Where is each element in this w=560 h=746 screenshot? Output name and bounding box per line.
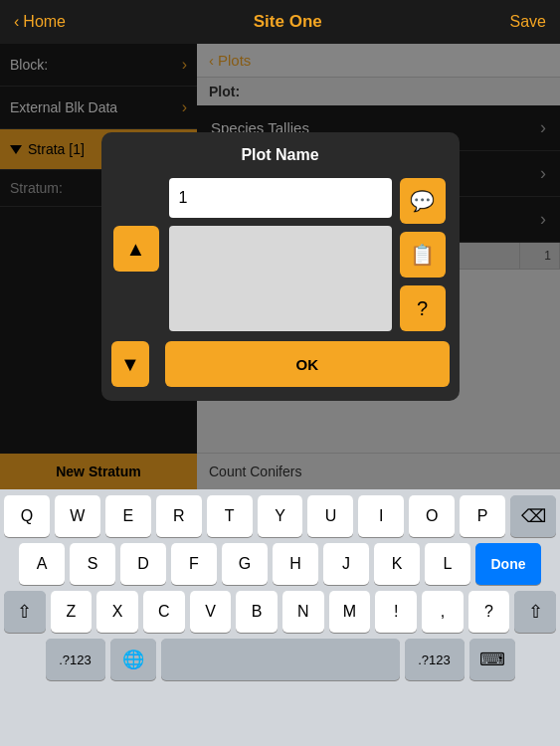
key-a[interactable]: A — [19, 543, 65, 585]
globe-key[interactable]: 🌐 — [110, 639, 156, 680]
key-b[interactable]: B — [236, 591, 278, 633]
delete-key[interactable]: ⌫ — [510, 495, 556, 537]
key-q[interactable]: Q — [4, 495, 50, 537]
ok-button[interactable]: OK — [165, 341, 449, 387]
down-arrow-icon: ▼ — [120, 353, 140, 376]
key-z[interactable]: Z — [51, 591, 93, 633]
back-label: Home — [23, 13, 66, 31]
clipboard-button[interactable]: 📋 — [400, 232, 446, 278]
nav-title: Site One — [254, 12, 322, 32]
modal-right-col: 💬 📋 ? — [400, 178, 450, 331]
key-question[interactable]: ? — [468, 591, 510, 633]
modal-body: ▲ 💬 📋 ? — [101, 178, 460, 341]
modal-center-col — [169, 178, 392, 331]
key-exclaim[interactable]: ! — [375, 591, 417, 633]
keyboard-icon-key[interactable]: ⌨ — [469, 639, 515, 680]
key-e[interactable]: E — [105, 495, 151, 537]
key-m[interactable]: M — [329, 591, 371, 633]
main-content: Block: › External Blk Data › Strata [1] … — [0, 44, 560, 489]
modal-text-area — [169, 226, 392, 331]
key-d[interactable]: D — [120, 543, 166, 585]
clipboard-icon: 📋 — [410, 243, 435, 267]
chevron-left-icon: ‹ — [14, 13, 19, 31]
key-x[interactable]: X — [96, 591, 138, 633]
key-comma[interactable]: , — [422, 591, 464, 633]
key-n[interactable]: N — [282, 591, 324, 633]
modal-footer: ▼ OK — [101, 341, 460, 401]
modal-overlay: Plot Name ▲ 💬 — [0, 44, 560, 489]
key-p[interactable]: P — [460, 495, 505, 537]
shift-key[interactable]: ⇧ — [4, 591, 46, 633]
keyboard-row-1: Q W E R T Y U I O P ⌫ — [4, 495, 556, 537]
key-v[interactable]: V — [190, 591, 232, 633]
key-l[interactable]: L — [425, 543, 470, 585]
nav-bar: ‹ Home Site One Save — [0, 0, 560, 44]
question-icon: ? — [417, 297, 428, 320]
key-c[interactable]: C — [143, 591, 185, 633]
help-button[interactable]: ? — [400, 285, 446, 331]
space-key[interactable] — [161, 639, 400, 680]
up-arrow-icon: ▲ — [126, 238, 146, 261]
num-key-left[interactable]: .?123 — [46, 639, 105, 680]
done-key[interactable]: Done — [475, 543, 541, 585]
key-w[interactable]: W — [55, 495, 100, 537]
key-i[interactable]: I — [358, 495, 404, 537]
num-key-right[interactable]: .?123 — [405, 639, 465, 680]
key-k[interactable]: K — [374, 543, 420, 585]
keyboard-row-3: ⇧ Z X C V B N M ! , ? ⇧ — [4, 591, 556, 633]
key-t[interactable]: T — [207, 495, 253, 537]
plot-name-input[interactable] — [169, 178, 392, 218]
shift-right-key[interactable]: ⇧ — [514, 591, 556, 633]
key-y[interactable]: Y — [258, 495, 303, 537]
comment-icon: 💬 — [410, 189, 435, 213]
keyboard-row-2: A S D F G H J K L Done — [4, 543, 556, 585]
nav-back-button[interactable]: ‹ Home — [14, 13, 66, 31]
modal-left-col: ▲ — [111, 178, 161, 331]
save-button[interactable]: Save — [510, 13, 546, 31]
plot-name-modal: Plot Name ▲ 💬 — [101, 132, 460, 401]
up-arrow-button[interactable]: ▲ — [113, 226, 159, 272]
key-r[interactable]: R — [156, 495, 202, 537]
down-arrow-button[interactable]: ▼ — [111, 341, 150, 387]
modal-title: Plot Name — [101, 132, 460, 178]
keyboard-row-4: .?123 🌐 .?123 ⌨ — [4, 639, 556, 680]
key-s[interactable]: S — [70, 543, 115, 585]
key-g[interactable]: G — [222, 543, 268, 585]
keyboard: Q W E R T Y U I O P ⌫ A S D F G H J K L … — [0, 489, 560, 746]
key-f[interactable]: F — [171, 543, 217, 585]
comment-button[interactable]: 💬 — [400, 178, 446, 224]
key-o[interactable]: O — [409, 495, 455, 537]
key-u[interactable]: U — [307, 495, 353, 537]
key-h[interactable]: H — [273, 543, 318, 585]
key-j[interactable]: J — [323, 543, 369, 585]
